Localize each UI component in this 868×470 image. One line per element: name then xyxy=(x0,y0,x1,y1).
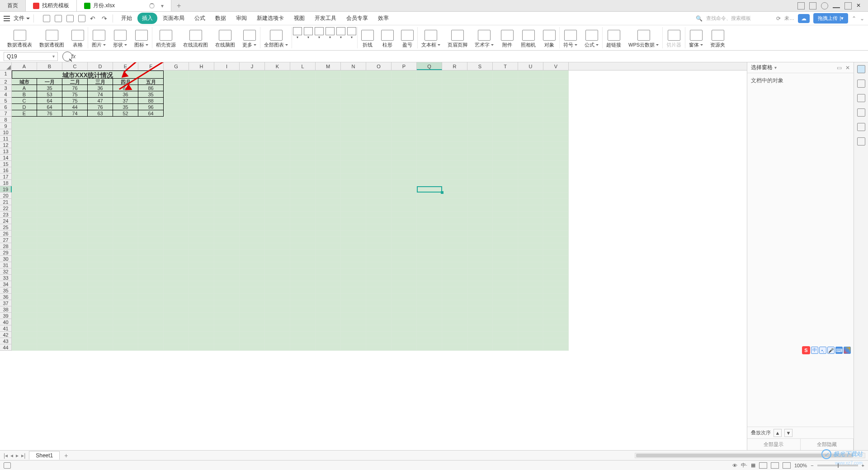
cell-F35[interactable] xyxy=(138,287,164,294)
cell-T3[interactable] xyxy=(493,85,518,91)
cell-E20[interactable] xyxy=(113,193,138,199)
cell-P26[interactable] xyxy=(392,230,417,237)
cell-J21[interactable] xyxy=(240,199,265,205)
cell-N23[interactable] xyxy=(341,212,366,218)
col-header-Q[interactable]: Q xyxy=(417,62,442,70)
cell-B36[interactable] xyxy=(37,294,62,300)
cell-D8[interactable] xyxy=(88,117,113,123)
cell-N13[interactable] xyxy=(341,148,366,155)
row-header-9[interactable]: 9 xyxy=(0,123,12,129)
tab-home[interactable]: 首页 xyxy=(0,0,26,11)
cell-I30[interactable] xyxy=(214,256,240,262)
cell-T37[interactable] xyxy=(493,300,518,306)
cell-U27[interactable] xyxy=(518,237,543,243)
cell-H9[interactable] xyxy=(189,123,214,129)
cell-A13[interactable] xyxy=(12,148,37,155)
cell-K42[interactable] xyxy=(265,332,290,338)
cell-P39[interactable] xyxy=(392,313,417,319)
cell-M39[interactable] xyxy=(316,313,341,319)
row-header-38[interactable]: 38 xyxy=(0,306,12,313)
cell-R8[interactable] xyxy=(442,117,467,123)
cell-P35[interactable] xyxy=(392,287,417,294)
cell-A8[interactable] xyxy=(12,117,37,123)
cell-I34[interactable] xyxy=(214,281,240,287)
cell-H33[interactable] xyxy=(189,275,214,281)
row-header-11[interactable]: 11 xyxy=(0,136,12,142)
cell-R37[interactable] xyxy=(442,300,467,306)
cell-J32[interactable] xyxy=(240,268,265,275)
cell-N31[interactable] xyxy=(341,262,366,268)
cell-V41[interactable] xyxy=(543,325,569,332)
cell-U42[interactable] xyxy=(518,332,543,338)
cell-P4[interactable] xyxy=(392,91,417,98)
cell-F11[interactable] xyxy=(138,136,164,142)
cell-D2[interactable]: 三月 xyxy=(88,79,113,85)
cell-R1[interactable] xyxy=(442,70,467,79)
cell-L17[interactable] xyxy=(290,174,316,180)
cell-P11[interactable] xyxy=(392,136,417,142)
cell-V9[interactable] xyxy=(543,123,569,129)
cell-A35[interactable] xyxy=(12,287,37,294)
cell-Q34[interactable] xyxy=(417,281,442,287)
cell-J23[interactable] xyxy=(240,212,265,218)
cell-U36[interactable] xyxy=(518,294,543,300)
cell-F27[interactable] xyxy=(138,237,164,243)
cell-Q26[interactable] xyxy=(417,230,442,237)
cell-D29[interactable] xyxy=(88,249,113,256)
cell-D22[interactable] xyxy=(88,205,113,212)
cell-G38[interactable] xyxy=(164,306,189,313)
cell-Q23[interactable] xyxy=(417,212,442,218)
cell-L9[interactable] xyxy=(290,123,316,129)
cell-B33[interactable] xyxy=(37,275,62,281)
cell-S34[interactable] xyxy=(467,281,493,287)
cell-J15[interactable] xyxy=(240,161,265,167)
cell-O9[interactable] xyxy=(366,123,392,129)
cell-V23[interactable] xyxy=(543,212,569,218)
cell-A26[interactable] xyxy=(12,230,37,237)
cell-C14[interactable] xyxy=(62,155,88,161)
cell-Q15[interactable] xyxy=(417,161,442,167)
row-header-20[interactable]: 20 xyxy=(0,193,12,199)
cell-S24[interactable] xyxy=(467,218,493,224)
col-header-S[interactable]: S xyxy=(467,62,493,70)
cell-S28[interactable] xyxy=(467,243,493,249)
view-break-icon[interactable] xyxy=(783,462,791,469)
cell-A34[interactable] xyxy=(12,281,37,287)
cell-O16[interactable] xyxy=(366,167,392,174)
cell-P6[interactable] xyxy=(392,104,417,110)
cell-T23[interactable] xyxy=(493,212,518,218)
cell-N12[interactable] xyxy=(341,142,366,148)
cell-T43[interactable] xyxy=(493,338,518,344)
cell-B18[interactable] xyxy=(37,180,62,186)
row-header-22[interactable]: 22 xyxy=(0,205,12,212)
cell-T35[interactable] xyxy=(493,287,518,294)
cell-U4[interactable] xyxy=(518,91,543,98)
cell-T36[interactable] xyxy=(493,294,518,300)
cell-O22[interactable] xyxy=(366,205,392,212)
row-header-16[interactable]: 16 xyxy=(0,167,12,174)
cell-U38[interactable] xyxy=(518,306,543,313)
cell-Q11[interactable] xyxy=(417,136,442,142)
cell-B4[interactable]: 53 xyxy=(37,91,62,98)
cell-K14[interactable] xyxy=(265,155,290,161)
cell-L35[interactable] xyxy=(290,287,316,294)
ribbon-稻壳资源[interactable]: 稻壳资源 xyxy=(152,27,179,48)
cell-P25[interactable] xyxy=(392,224,417,230)
cell-G6[interactable] xyxy=(164,104,189,110)
cell-V17[interactable] xyxy=(543,174,569,180)
cell-H41[interactable] xyxy=(189,325,214,332)
cell-E30[interactable] xyxy=(113,256,138,262)
cell-K34[interactable] xyxy=(265,281,290,287)
menu-tab-7[interactable]: 视图 xyxy=(289,13,309,24)
cell-O36[interactable] xyxy=(366,294,392,300)
cell-P21[interactable] xyxy=(392,199,417,205)
row-header-33[interactable]: 33 xyxy=(0,275,12,281)
cell-I25[interactable] xyxy=(214,224,240,230)
cell-E25[interactable] xyxy=(113,224,138,230)
cell-V27[interactable] xyxy=(543,237,569,243)
cell-F42[interactable] xyxy=(138,332,164,338)
cell-K29[interactable] xyxy=(265,249,290,256)
cell-U14[interactable] xyxy=(518,155,543,161)
cell-H27[interactable] xyxy=(189,237,214,243)
cell-P24[interactable] xyxy=(392,218,417,224)
